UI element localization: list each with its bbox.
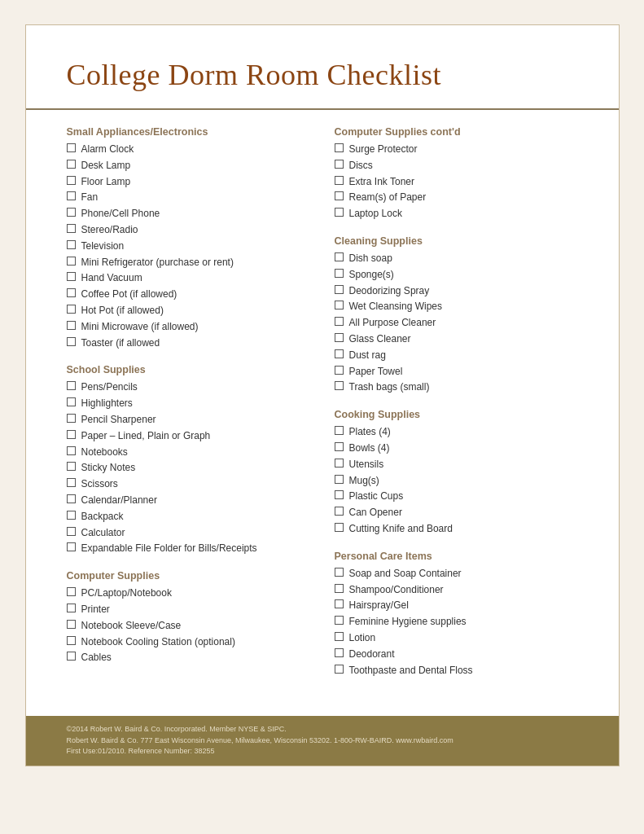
checkbox[interactable] [67, 620, 76, 629]
checkbox[interactable] [335, 648, 344, 657]
list-item: Calendar/Planner [67, 494, 310, 507]
checkbox[interactable] [67, 462, 76, 471]
item-text: Soap and Soap Container [349, 567, 578, 581]
item-text: Deodorizing Spray [349, 284, 578, 298]
section-school-supplies: School SuppliesPens/PencilsHighlightersP… [67, 364, 310, 555]
checkbox[interactable] [335, 160, 344, 169]
checkbox[interactable] [335, 208, 344, 217]
section-title-cleaning-supplies: Cleaning Supplies [335, 235, 578, 247]
section-title-personal-care: Personal Care Items [335, 551, 578, 562]
item-text: Backpack [81, 510, 310, 524]
item-text: Paper Towel [349, 365, 578, 379]
checkbox[interactable] [67, 652, 76, 661]
item-text: Stereo/Radio [81, 223, 310, 237]
checkbox[interactable] [335, 366, 344, 375]
checkbox[interactable] [335, 252, 344, 261]
checkbox[interactable] [335, 301, 344, 309]
item-text: Lotion [349, 631, 578, 645]
checkbox[interactable] [67, 305, 76, 314]
item-text: Phone/Cell Phone [81, 207, 310, 221]
checkbox[interactable] [67, 542, 76, 551]
list-item: Extra Ink Toner [335, 175, 578, 189]
section-title-school-supplies: School Supplies [67, 364, 310, 375]
checkbox[interactable] [335, 143, 344, 152]
checkbox[interactable] [67, 527, 76, 536]
checkbox[interactable] [67, 257, 76, 266]
checkbox[interactable] [67, 604, 76, 612]
checkbox[interactable] [67, 381, 76, 390]
list-item: Utensils [335, 458, 578, 472]
item-text: Glass Cleaner [349, 332, 578, 346]
list-item: Can Opener [335, 506, 578, 520]
checkbox[interactable] [67, 224, 76, 233]
checkbox[interactable] [67, 321, 76, 330]
checkbox[interactable] [335, 568, 344, 577]
checkbox[interactable] [335, 599, 344, 608]
checkbox[interactable] [67, 397, 76, 406]
item-text: Sponge(s) [349, 268, 578, 282]
checkbox[interactable] [335, 632, 344, 641]
checkbox[interactable] [335, 349, 344, 358]
checkbox[interactable] [67, 446, 76, 455]
checkbox[interactable] [67, 208, 76, 217]
checkbox[interactable] [67, 272, 76, 281]
checkbox[interactable] [335, 176, 344, 185]
item-text: Ream(s) of Paper [349, 191, 578, 204]
section-computer-supplies: Computer SuppliesPC/Laptop/NotebookPrint… [67, 570, 310, 665]
checkbox[interactable] [67, 288, 76, 297]
item-text: Hairspray/Gel [349, 599, 578, 612]
checkbox[interactable] [335, 616, 344, 625]
checkbox[interactable] [67, 494, 76, 503]
checkbox[interactable] [335, 665, 344, 674]
checkbox[interactable] [67, 240, 76, 249]
checkbox[interactable] [67, 478, 76, 487]
list-item: Bowls (4) [335, 441, 578, 455]
checkbox[interactable] [67, 414, 76, 423]
checkbox[interactable] [67, 636, 76, 645]
checkbox[interactable] [335, 442, 344, 451]
checkbox[interactable] [335, 523, 344, 532]
section-title-cooking-supplies: Cooking Supplies [335, 409, 578, 420]
item-text: Hot Pot (if allowed) [81, 304, 310, 318]
item-text: All Purpose Cleaner [349, 316, 578, 330]
list-item: Laptop Lock [335, 207, 578, 221]
checkbox[interactable] [335, 507, 344, 516]
checkbox[interactable] [335, 490, 344, 499]
checkbox[interactable] [67, 143, 76, 152]
checkbox[interactable] [335, 285, 344, 294]
checkbox[interactable] [67, 160, 76, 169]
checkbox[interactable] [335, 381, 344, 390]
checkbox[interactable] [335, 584, 344, 593]
list-item: Coffee Pot (if allowed) [67, 288, 310, 301]
list-item: Expandable File Folder for Bills/Receipt… [67, 542, 310, 555]
checkbox[interactable] [335, 333, 344, 342]
list-item: Desk Lamp [67, 159, 310, 173]
list-item: Notebook Cooling Station (optional) [67, 635, 310, 649]
checkbox[interactable] [67, 337, 76, 346]
checkbox[interactable] [335, 191, 344, 200]
checkbox[interactable] [67, 191, 76, 200]
list-item: Trash bags (small) [335, 380, 578, 394]
list-item: Sponge(s) [335, 268, 578, 282]
checkbox[interactable] [335, 459, 344, 467]
checkbox[interactable] [67, 511, 76, 520]
item-text: Surge Protector [349, 143, 578, 156]
checkbox[interactable] [67, 176, 76, 185]
checkbox[interactable] [335, 475, 344, 484]
checkbox[interactable] [67, 430, 76, 439]
item-text: Mini Microwave (if allowed) [81, 320, 310, 334]
checkbox[interactable] [335, 317, 344, 326]
checkbox[interactable] [67, 587, 76, 596]
checkbox[interactable] [335, 269, 344, 278]
checkbox[interactable] [335, 426, 344, 435]
list-item: Plastic Cups [335, 489, 578, 503]
footer-line3: First Use:01/2010. Reference Number: 382… [67, 746, 578, 757]
item-text: Desk Lamp [81, 159, 310, 173]
item-text: Notebooks [81, 446, 310, 459]
item-text: Coffee Pot (if allowed) [81, 288, 310, 301]
item-text: Laptop Lock [349, 207, 578, 221]
list-item: Highlighters [67, 397, 310, 410]
list-item: Hot Pot (if allowed) [67, 304, 310, 318]
item-text: Television [81, 239, 310, 253]
item-text: Alarm Clock [81, 143, 310, 156]
